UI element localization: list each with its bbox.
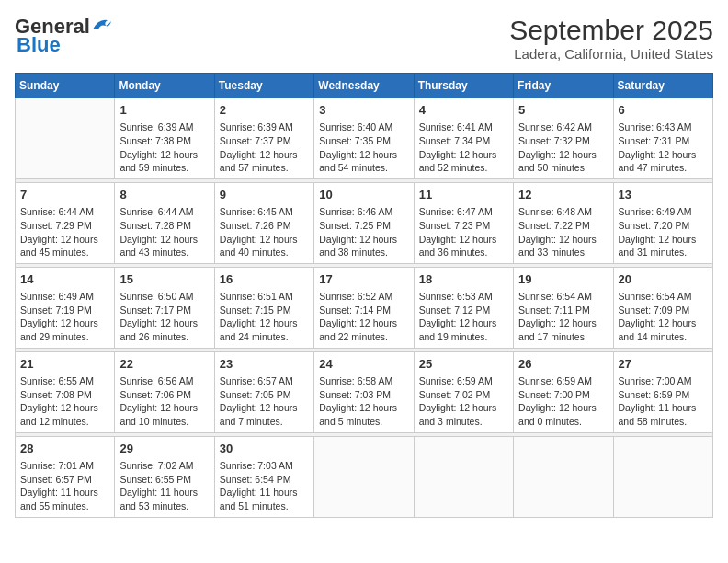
day-info: Sunrise: 6:59 AMSunset: 7:02 PMDaylight:… bbox=[419, 374, 508, 429]
page-header: General Blue September 2025 Ladera, Cali… bbox=[15, 15, 713, 62]
day-number: 3 bbox=[319, 102, 408, 119]
calendar-cell: 21Sunrise: 6:55 AMSunset: 7:08 PMDayligh… bbox=[16, 351, 115, 432]
day-info: Sunrise: 6:55 AMSunset: 7:08 PMDaylight:… bbox=[20, 374, 109, 429]
header-thursday: Thursday bbox=[414, 74, 513, 98]
day-number: 24 bbox=[319, 356, 408, 373]
calendar-cell: 6Sunrise: 6:43 AMSunset: 7:31 PMDaylight… bbox=[613, 98, 712, 179]
day-number: 30 bbox=[220, 441, 309, 457]
day-number: 25 bbox=[419, 356, 508, 373]
calendar-cell: 7Sunrise: 6:44 AMSunset: 7:29 PMDaylight… bbox=[16, 182, 115, 263]
calendar-table: SundayMondayTuesdayWednesdayThursdayFrid… bbox=[15, 73, 713, 518]
day-number: 29 bbox=[119, 441, 209, 457]
day-info: Sunrise: 6:40 AMSunset: 7:35 PMDaylight:… bbox=[319, 121, 408, 175]
calendar-cell: 13Sunrise: 6:49 AMSunset: 7:20 PMDayligh… bbox=[613, 182, 712, 263]
day-number: 7 bbox=[20, 187, 109, 203]
day-number: 4 bbox=[419, 102, 508, 119]
day-info: Sunrise: 6:48 AMSunset: 7:22 PMDaylight:… bbox=[518, 205, 608, 259]
day-info: Sunrise: 6:41 AMSunset: 7:34 PMDaylight:… bbox=[419, 121, 508, 175]
day-number: 23 bbox=[220, 356, 309, 373]
day-number: 14 bbox=[20, 271, 109, 288]
day-number: 5 bbox=[518, 102, 608, 119]
day-number: 12 bbox=[518, 187, 608, 203]
day-number: 13 bbox=[619, 187, 708, 203]
day-number: 18 bbox=[419, 271, 508, 288]
calendar-cell: 16Sunrise: 6:51 AMSunset: 7:15 PMDayligh… bbox=[214, 267, 313, 348]
calendar-cell: 18Sunrise: 6:53 AMSunset: 7:12 PMDayligh… bbox=[414, 267, 513, 348]
calendar-header-row: SundayMondayTuesdayWednesdayThursdayFrid… bbox=[16, 74, 713, 98]
day-number: 10 bbox=[319, 187, 408, 203]
day-number: 16 bbox=[220, 271, 309, 288]
day-info: Sunrise: 6:44 AMSunset: 7:28 PMDaylight:… bbox=[119, 205, 209, 259]
header-sunday: Sunday bbox=[16, 74, 115, 98]
day-number: 22 bbox=[119, 356, 209, 373]
day-info: Sunrise: 6:53 AMSunset: 7:12 PMDaylight:… bbox=[419, 290, 508, 344]
day-info: Sunrise: 7:03 AMSunset: 6:54 PMDaylight:… bbox=[220, 459, 309, 513]
calendar-cell: 14Sunrise: 6:49 AMSunset: 7:19 PMDayligh… bbox=[16, 267, 115, 348]
day-info: Sunrise: 6:43 AMSunset: 7:31 PMDaylight:… bbox=[619, 121, 708, 175]
day-number: 2 bbox=[220, 102, 309, 119]
calendar-cell: 28Sunrise: 7:01 AMSunset: 6:57 PMDayligh… bbox=[16, 436, 115, 517]
calendar-cell bbox=[414, 436, 513, 517]
title-block: September 2025 Ladera, California, Unite… bbox=[509, 15, 713, 62]
day-info: Sunrise: 6:52 AMSunset: 7:14 PMDaylight:… bbox=[319, 290, 408, 344]
calendar-cell: 1Sunrise: 6:39 AMSunset: 7:38 PMDaylight… bbox=[115, 98, 214, 179]
day-info: Sunrise: 6:59 AMSunset: 7:00 PMDaylight:… bbox=[518, 374, 608, 429]
day-info: Sunrise: 6:39 AMSunset: 7:37 PMDaylight:… bbox=[220, 121, 309, 175]
calendar-cell: 4Sunrise: 6:41 AMSunset: 7:34 PMDaylight… bbox=[414, 98, 513, 179]
day-number: 17 bbox=[319, 271, 408, 288]
day-number: 26 bbox=[518, 356, 608, 373]
day-info: Sunrise: 6:42 AMSunset: 7:32 PMDaylight:… bbox=[518, 121, 608, 175]
day-info: Sunrise: 7:01 AMSunset: 6:57 PMDaylight:… bbox=[20, 459, 109, 513]
calendar-cell: 15Sunrise: 6:50 AMSunset: 7:17 PMDayligh… bbox=[115, 267, 214, 348]
day-info: Sunrise: 6:45 AMSunset: 7:26 PMDaylight:… bbox=[220, 205, 309, 259]
header-tuesday: Tuesday bbox=[214, 74, 313, 98]
day-info: Sunrise: 6:54 AMSunset: 7:09 PMDaylight:… bbox=[619, 290, 708, 344]
day-info: Sunrise: 7:00 AMSunset: 6:59 PMDaylight:… bbox=[619, 374, 708, 429]
day-info: Sunrise: 6:46 AMSunset: 7:25 PMDaylight:… bbox=[319, 205, 408, 259]
header-saturday: Saturday bbox=[613, 74, 712, 98]
calendar-cell: 23Sunrise: 6:57 AMSunset: 7:05 PMDayligh… bbox=[214, 351, 313, 432]
day-info: Sunrise: 6:54 AMSunset: 7:11 PMDaylight:… bbox=[518, 290, 608, 344]
calendar-cell: 2Sunrise: 6:39 AMSunset: 7:37 PMDaylight… bbox=[214, 98, 313, 179]
day-number: 8 bbox=[119, 187, 209, 203]
day-info: Sunrise: 6:56 AMSunset: 7:06 PMDaylight:… bbox=[119, 374, 209, 429]
calendar-cell: 29Sunrise: 7:02 AMSunset: 6:55 PMDayligh… bbox=[115, 436, 214, 517]
calendar-week-row: 14Sunrise: 6:49 AMSunset: 7:19 PMDayligh… bbox=[16, 267, 713, 348]
calendar-cell: 9Sunrise: 6:45 AMSunset: 7:26 PMDaylight… bbox=[214, 182, 313, 263]
calendar-cell bbox=[514, 436, 613, 517]
day-number: 20 bbox=[619, 271, 708, 288]
calendar-cell: 22Sunrise: 6:56 AMSunset: 7:06 PMDayligh… bbox=[115, 351, 214, 432]
location-subtitle: Ladera, California, United States bbox=[509, 46, 713, 62]
header-friday: Friday bbox=[514, 74, 613, 98]
day-info: Sunrise: 7:02 AMSunset: 6:55 PMDaylight:… bbox=[119, 459, 209, 513]
calendar-cell bbox=[613, 436, 712, 517]
day-info: Sunrise: 6:49 AMSunset: 7:20 PMDaylight:… bbox=[619, 205, 708, 259]
logo: General Blue bbox=[15, 15, 111, 57]
calendar-week-row: 7Sunrise: 6:44 AMSunset: 7:29 PMDaylight… bbox=[16, 182, 713, 263]
day-info: Sunrise: 6:57 AMSunset: 7:05 PMDaylight:… bbox=[220, 374, 309, 429]
day-number: 11 bbox=[419, 187, 508, 203]
calendar-week-row: 1Sunrise: 6:39 AMSunset: 7:38 PMDaylight… bbox=[16, 98, 713, 179]
calendar-cell: 19Sunrise: 6:54 AMSunset: 7:11 PMDayligh… bbox=[514, 267, 613, 348]
calendar-cell: 26Sunrise: 6:59 AMSunset: 7:00 PMDayligh… bbox=[514, 351, 613, 432]
calendar-cell: 8Sunrise: 6:44 AMSunset: 7:28 PMDaylight… bbox=[115, 182, 214, 263]
calendar-cell: 27Sunrise: 7:00 AMSunset: 6:59 PMDayligh… bbox=[613, 351, 712, 432]
calendar-cell bbox=[16, 98, 115, 179]
calendar-cell: 3Sunrise: 6:40 AMSunset: 7:35 PMDaylight… bbox=[314, 98, 414, 179]
calendar-cell: 12Sunrise: 6:48 AMSunset: 7:22 PMDayligh… bbox=[514, 182, 613, 263]
month-year-title: September 2025 bbox=[509, 15, 713, 46]
calendar-cell: 20Sunrise: 6:54 AMSunset: 7:09 PMDayligh… bbox=[613, 267, 712, 348]
day-number: 9 bbox=[220, 187, 309, 203]
day-number: 21 bbox=[20, 356, 109, 373]
day-number: 15 bbox=[119, 271, 209, 288]
calendar-cell: 5Sunrise: 6:42 AMSunset: 7:32 PMDaylight… bbox=[514, 98, 613, 179]
calendar-week-row: 21Sunrise: 6:55 AMSunset: 7:08 PMDayligh… bbox=[16, 351, 713, 432]
day-info: Sunrise: 6:50 AMSunset: 7:17 PMDaylight:… bbox=[119, 290, 209, 344]
day-info: Sunrise: 6:51 AMSunset: 7:15 PMDaylight:… bbox=[220, 290, 309, 344]
calendar-cell: 10Sunrise: 6:46 AMSunset: 7:25 PMDayligh… bbox=[314, 182, 414, 263]
day-info: Sunrise: 6:49 AMSunset: 7:19 PMDaylight:… bbox=[20, 290, 109, 344]
calendar-cell bbox=[314, 436, 414, 517]
day-number: 1 bbox=[119, 102, 209, 119]
day-info: Sunrise: 6:47 AMSunset: 7:23 PMDaylight:… bbox=[419, 205, 508, 259]
logo-bird-icon bbox=[91, 17, 111, 33]
